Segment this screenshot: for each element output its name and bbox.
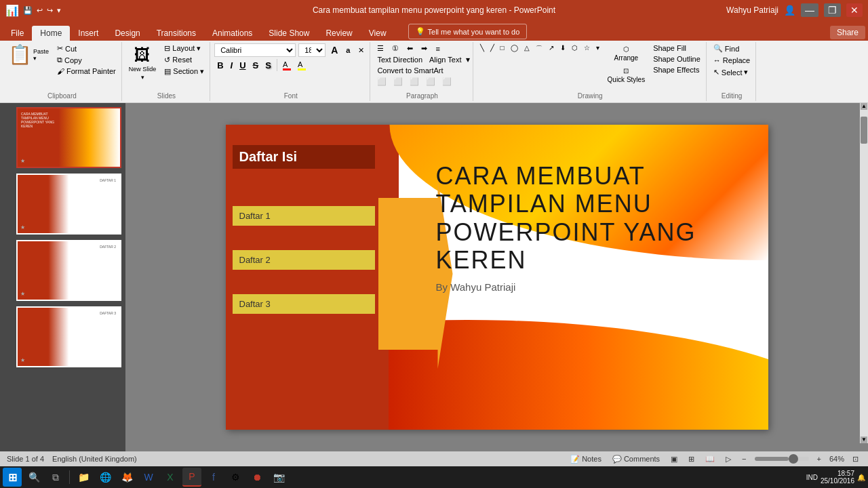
taskbar-firefox-btn[interactable]: 🦊 xyxy=(117,468,136,487)
taskbar-task-view-btn[interactable]: ⧉ xyxy=(46,468,65,487)
zoom-out-btn[interactable]: − xyxy=(739,454,749,464)
customize-qat-btn[interactable]: ▾ xyxy=(57,6,61,15)
decrease-indent-btn[interactable]: ⬅ xyxy=(404,43,416,54)
format-painter-btn[interactable]: 🖌 Format Painter xyxy=(54,66,119,76)
tab-transitions[interactable]: Transitions xyxy=(149,26,204,41)
select-btn[interactable]: ↖ Select ▾ xyxy=(711,67,753,77)
save-qat-btn[interactable]: 💾 xyxy=(23,6,33,15)
shape-btn-4[interactable]: ◯ xyxy=(508,43,521,54)
replace-btn[interactable]: ↔ Replace xyxy=(711,56,753,65)
shrink-font-btn[interactable]: a xyxy=(343,45,353,55)
tab-view[interactable]: View xyxy=(361,26,395,41)
reset-btn[interactable]: ↺ Reset xyxy=(161,55,207,65)
notes-btn[interactable]: 📝 Notes xyxy=(568,454,604,464)
taskbar-ppt-btn[interactable]: P xyxy=(182,468,201,487)
start-btn[interactable]: ⊞ xyxy=(3,468,22,487)
col-btn[interactable]: ⬜ xyxy=(439,77,454,87)
convert-smartart-btn[interactable]: Convert to SmartArt xyxy=(374,66,446,75)
strikethrough-btn[interactable]: S xyxy=(250,60,262,71)
shape-btn-6[interactable]: ⌒ xyxy=(533,43,545,54)
taskbar-fb-btn[interactable]: f xyxy=(204,468,223,487)
zoom-slider-thumb[interactable] xyxy=(789,454,798,464)
taskbar-chrome-btn[interactable]: 🌐 xyxy=(96,468,115,487)
tab-file[interactable]: File xyxy=(3,26,32,41)
cut-btn[interactable]: ✂ Cut xyxy=(54,43,119,54)
shape-fill-btn[interactable]: Shape Fill xyxy=(650,43,703,53)
line-spacing-btn[interactable]: ≡ xyxy=(433,44,442,54)
tab-home[interactable]: Home xyxy=(32,26,70,41)
tab-insert[interactable]: Insert xyxy=(70,26,106,41)
view-slideshow-btn[interactable]: ▷ xyxy=(723,454,734,464)
taskbar-search-btn[interactable]: 🔍 xyxy=(24,468,43,487)
justify-btn[interactable]: ⬜ xyxy=(423,77,438,87)
text-direction-btn[interactable]: Text Direction xyxy=(374,55,425,64)
taskbar-tool1-btn[interactable]: ⚙ xyxy=(226,468,245,487)
undo-qat-btn[interactable]: ↩ xyxy=(37,6,43,15)
shape-btn-2[interactable]: ╱ xyxy=(488,43,497,54)
shape-btn-1[interactable]: ╲ xyxy=(477,43,487,54)
align-text-btn[interactable]: Align Text xyxy=(427,55,465,64)
underline-btn[interactable]: U xyxy=(237,60,248,71)
view-reading-btn[interactable]: 📖 xyxy=(703,454,717,464)
taskbar-rec-btn[interactable]: ⏺ xyxy=(248,468,267,487)
scroll-up-btn[interactable]: ▲ xyxy=(861,103,867,110)
shape-btn-10[interactable]: ☆ xyxy=(581,43,593,54)
redo-qat-btn[interactable]: ↪ xyxy=(47,6,53,15)
numbering-btn[interactable]: ① xyxy=(389,43,401,54)
slide-thumb-2[interactable]: DAFTAR 1 ★ xyxy=(16,174,121,235)
section-btn[interactable]: ▤ Section ▾ xyxy=(161,66,207,77)
find-btn[interactable]: 🔍 Find xyxy=(711,43,753,54)
comments-btn[interactable]: 💬 Comments xyxy=(610,454,663,464)
clear-format-btn[interactable]: ✕ xyxy=(355,45,367,56)
menu-item-3[interactable]: Daftar 3 xyxy=(233,294,375,314)
slide-thumb-1[interactable]: CARA MEMBUAT TAMPILAN MENU POWERPOINT YA… xyxy=(16,107,121,168)
align-center-btn[interactable]: ⬜ xyxy=(391,77,406,87)
italic-btn[interactable]: I xyxy=(228,60,236,71)
shadow-btn[interactable]: S xyxy=(262,60,274,71)
slide-canvas[interactable]: Daftar Isi Daftar 1 Daftar 2 Daftar 3 CA… xyxy=(226,125,768,430)
increase-indent-btn[interactable]: ➡ xyxy=(418,43,430,54)
fit-slide-btn[interactable]: ⊡ xyxy=(850,454,861,464)
shape-btn-more[interactable]: ▾ xyxy=(593,43,602,54)
tab-review[interactable]: Review xyxy=(317,26,360,41)
taskbar-explorer-btn[interactable]: 📁 xyxy=(74,468,93,487)
tab-design[interactable]: Design xyxy=(106,26,148,41)
align-left-btn[interactable]: ⬜ xyxy=(374,77,389,87)
restore-btn[interactable]: ❐ xyxy=(824,3,841,17)
taskbar-cam-btn[interactable]: 📷 xyxy=(269,468,288,487)
quick-styles-btn[interactable]: ⊡ Quick Styles xyxy=(605,65,648,85)
zoom-slider[interactable] xyxy=(755,457,809,461)
scroll-thumb[interactable] xyxy=(861,117,867,144)
layout-btn[interactable]: ⊟ Layout ▾ xyxy=(161,43,207,54)
shape-btn-8[interactable]: ⬇ xyxy=(557,43,568,54)
zoom-in-btn[interactable]: + xyxy=(814,454,824,464)
font-color-btn[interactable]: A xyxy=(280,60,294,71)
slide-thumb-3[interactable]: DAFTAR 2 ★ xyxy=(16,240,121,301)
share-btn[interactable]: Share xyxy=(830,26,865,39)
bullets-btn[interactable]: ☰ xyxy=(374,43,387,54)
menu-item-1[interactable]: Daftar 1 xyxy=(233,206,375,226)
slide-thumb-4[interactable]: DAFTAR 3 ★ xyxy=(16,306,121,367)
tab-animations[interactable]: Animations xyxy=(204,26,260,41)
shape-btn-5[interactable]: △ xyxy=(521,43,532,54)
shape-outline-btn[interactable]: Shape Outline xyxy=(650,54,703,64)
taskbar-notification-btn[interactable]: 🔔 xyxy=(857,474,865,481)
shape-btn-3[interactable]: □ xyxy=(498,43,507,54)
new-slide-btn[interactable]: 🖼 New Slide ▾ xyxy=(126,43,159,83)
minimize-btn[interactable]: — xyxy=(801,3,818,17)
copy-btn[interactable]: ⧉ Copy xyxy=(54,55,119,65)
scroll-down-btn[interactable]: ▼ xyxy=(861,436,867,443)
bold-btn[interactable]: B xyxy=(214,60,226,71)
arrange-btn[interactable]: ⬡ Arrange xyxy=(605,43,648,64)
tell-me-search[interactable]: 💡 Tell me what you want to do xyxy=(408,24,528,39)
font-size-select[interactable]: 18 xyxy=(298,43,326,57)
taskbar-excel-btn[interactable]: X xyxy=(161,468,180,487)
view-slide-sorter-btn[interactable]: ⊞ xyxy=(686,454,697,464)
menu-item-2[interactable]: Daftar 2 xyxy=(233,250,375,270)
paste-btn[interactable]: 📋 Paste ▾ xyxy=(5,43,52,66)
vertical-scrollbar[interactable]: ▲ ▼ xyxy=(860,103,868,443)
shape-effects-btn[interactable]: Shape Effects xyxy=(650,65,703,75)
shape-btn-7[interactable]: ↗ xyxy=(546,43,557,54)
font-name-select[interactable]: Calibri xyxy=(214,43,296,57)
align-right-btn[interactable]: ⬜ xyxy=(407,77,422,87)
